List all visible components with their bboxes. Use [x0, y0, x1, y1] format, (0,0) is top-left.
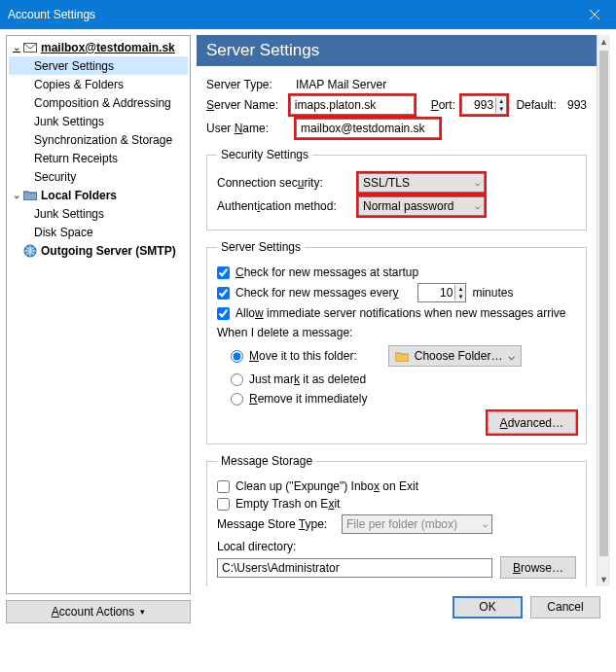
close-button[interactable] — [572, 0, 616, 29]
local-folders-label: Local Folders — [41, 189, 117, 202]
local-dir-input[interactable] — [217, 558, 492, 578]
sidebar-item-receipts[interactable]: Return Receipts — [9, 149, 188, 167]
ok-button[interactable]: OK — [453, 596, 523, 619]
chevron-down-icon: ⌵ — [483, 519, 488, 529]
check-every-checkbox[interactable] — [217, 287, 230, 300]
advanced-button[interactable]: Advanced… — [488, 411, 576, 434]
minutes-label: minutes — [472, 286, 513, 300]
sidebar-item-junk[interactable]: Junk Settings — [9, 112, 188, 130]
empty-trash-checkbox[interactable] — [217, 498, 230, 511]
sidebar-item-sync[interactable]: Synchronization & Storage — [9, 130, 188, 149]
spin-up-icon[interactable]: ▲ — [455, 285, 465, 293]
chevron-down-icon: ⌵ — [475, 201, 480, 211]
account-tree[interactable]: ⌄ mailbox@testdomain.sk Server Settings … — [6, 35, 191, 594]
allow-immediate-checkbox[interactable] — [217, 307, 230, 320]
outgoing-label: Outgoing Server (SMTP) — [41, 244, 176, 258]
mark-deleted-label: Just mark it as deleted — [249, 372, 366, 386]
sidebar-item-security[interactable]: Security — [9, 167, 188, 186]
remove-immediately-label: Remove it immediately — [249, 392, 367, 406]
spin-down-icon[interactable]: ▼ — [496, 105, 506, 113]
sidebar: ⌄ mailbox@testdomain.sk Server Settings … — [6, 35, 191, 623]
auth-method-label: Authentication method: — [217, 199, 358, 213]
move-to-folder-label: Move it to this folder: — [249, 349, 357, 363]
sidebar-item-local-disk[interactable]: Disk Space — [9, 223, 188, 241]
sidebar-item-composition[interactable]: Composition & Addressing — [9, 93, 188, 112]
server-type-value: IMAP Mail Server — [296, 78, 386, 91]
spin-down-icon[interactable]: ▼ — [455, 293, 465, 301]
default-port-label: Default: — [516, 98, 556, 112]
sidebar-item-server-settings[interactable]: Server Settings — [9, 56, 188, 75]
default-port-value: 993 — [567, 98, 587, 112]
delete-label: When I delete a message: — [217, 326, 576, 339]
server-settings-group: Server Settings Check for new messages a… — [206, 240, 587, 444]
server-name-label: Server Name: — [206, 98, 290, 112]
check-every-input[interactable]: 10 ▲▼ — [417, 283, 466, 302]
store-type-select: File per folder (mbox)⌵ — [342, 514, 492, 534]
port-input[interactable]: 993 ▲▼ — [461, 95, 507, 115]
scroll-down-icon[interactable]: ▼ — [598, 573, 610, 586]
globe-icon — [22, 244, 38, 258]
mark-deleted-radio[interactable] — [231, 373, 243, 386]
connection-security-label: Connection security: — [217, 176, 358, 190]
security-settings-group: Security Settings Connection security: S… — [206, 148, 587, 230]
main-panel: Server Settings Server Type: IMAP Mail S… — [197, 35, 610, 623]
expunge-label: Clean up ("Expunge") Inbox on Exit — [236, 479, 418, 493]
spin-up-icon[interactable]: ▲ — [496, 97, 506, 105]
sidebar-item-local-junk[interactable]: Junk Settings — [9, 204, 188, 223]
vertical-scrollbar[interactable]: ▲ ▼ — [597, 35, 610, 586]
scroll-up-icon[interactable]: ▲ — [598, 35, 610, 49]
message-storage-legend: Message Storage — [217, 454, 316, 468]
expand-icon[interactable]: ⌄ — [11, 42, 22, 53]
server-type-label: Server Type: — [206, 78, 296, 91]
cancel-button[interactable]: Cancel — [530, 596, 600, 619]
user-name-input[interactable] — [296, 119, 440, 138]
account-actions-button[interactable]: Account Actions ▾ — [6, 600, 191, 623]
tree-account-root[interactable]: ⌄ mailbox@testdomain.sk — [9, 38, 188, 56]
choose-folder-select[interactable]: Choose Folder… ⌵ — [388, 345, 523, 367]
expunge-checkbox[interactable] — [217, 480, 230, 493]
chevron-down-icon: ⌵ — [475, 178, 480, 188]
browse-button[interactable]: Browse… — [500, 556, 576, 579]
move-to-folder-radio[interactable] — [231, 350, 243, 363]
expand-icon[interactable]: ⌄ — [11, 190, 22, 200]
local-dir-label: Local directory: — [217, 540, 576, 553]
chevron-down-icon: ⌵ — [508, 349, 515, 363]
store-type-label: Message Store Type: — [217, 517, 342, 531]
remove-immediately-radio[interactable] — [231, 393, 243, 406]
check-startup-checkbox[interactable] — [217, 266, 230, 279]
scrollbar-thumb[interactable] — [599, 51, 608, 556]
tree-local-folders[interactable]: ⌄ Local Folders — [9, 186, 188, 204]
dialog-footer: OK Cancel — [197, 590, 610, 623]
port-label: Port: — [431, 98, 455, 112]
message-storage-group: Message Storage Clean up ("Expunge") Inb… — [206, 454, 587, 586]
check-every-label: Check for new messages every — [236, 286, 398, 300]
folder-icon — [22, 190, 38, 200]
server-name-input[interactable] — [290, 95, 415, 115]
allow-immediate-label: Allow immediate server notifications whe… — [236, 306, 566, 320]
sidebar-item-copies[interactable]: Copies & Folders — [9, 75, 188, 93]
check-startup-label: Check for new messages at startup — [236, 265, 418, 279]
server-settings-legend: Server Settings — [217, 240, 305, 254]
auth-method-select[interactable]: Normal password⌵ — [358, 196, 485, 216]
folder-icon — [395, 351, 409, 362]
connection-security-select[interactable]: SSL/TLS⌵ — [358, 173, 485, 193]
security-legend: Security Settings — [217, 148, 312, 161]
account-label: mailbox@testdomain.sk — [41, 41, 175, 54]
mail-icon — [22, 43, 38, 53]
chevron-down-icon: ▾ — [140, 607, 145, 617]
titlebar: Account Settings — [0, 0, 616, 29]
empty-trash-label: Empty Trash on Exit — [236, 497, 340, 511]
user-name-label: User Name: — [206, 122, 296, 135]
tree-outgoing[interactable]: Outgoing Server (SMTP) — [9, 241, 188, 260]
page-heading: Server Settings — [197, 35, 597, 66]
window-title: Account Settings — [8, 8, 572, 21]
